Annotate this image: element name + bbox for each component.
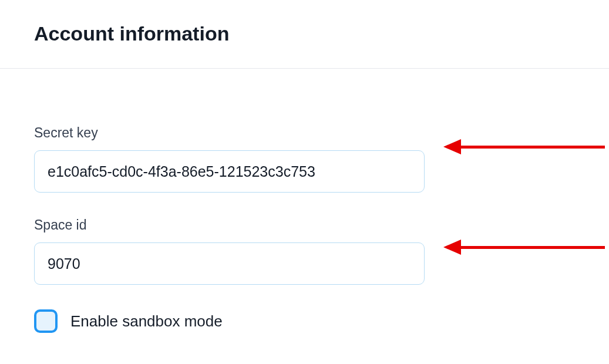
sandbox-checkbox[interactable]: [34, 309, 58, 333]
arrow-left-icon: [443, 240, 461, 255]
secret-key-label: Secret key: [34, 125, 575, 141]
arrow-left-icon: [443, 139, 461, 154]
arrow-line: [461, 146, 605, 149]
sandbox-checkbox-label: Enable sandbox mode: [70, 312, 223, 331]
space-id-label: Space id: [34, 217, 575, 233]
annotation-arrow-secret-key: [443, 139, 605, 154]
arrow-line: [461, 246, 605, 249]
annotation-arrow-space-id: [443, 240, 605, 255]
sandbox-checkbox-row: Enable sandbox mode: [34, 309, 575, 333]
secret-key-input[interactable]: [34, 150, 425, 193]
space-id-input[interactable]: [34, 242, 425, 285]
section-title: Account information: [34, 22, 575, 45]
section-divider: [0, 68, 609, 69]
secret-key-field-group: Secret key: [34, 125, 575, 193]
